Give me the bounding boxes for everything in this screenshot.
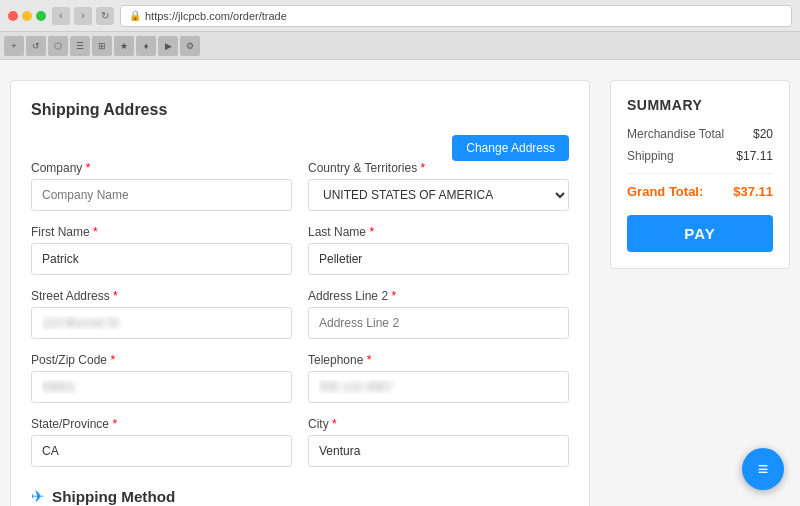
zip-group: Post/Zip Code * — [31, 353, 292, 403]
state-label: State/Province * — [31, 417, 292, 431]
toolbar-icon-8[interactable]: ▶ — [158, 36, 178, 56]
city-group: City * — [308, 417, 569, 467]
shipping-method-title: Shipping Method — [52, 488, 175, 505]
firstname-label: First Name * — [31, 225, 292, 239]
form-row-state-city: State/Province * City * — [31, 417, 569, 467]
shipping-method-section: ✈ Shipping Method DHL Express Express st… — [31, 487, 569, 506]
grand-total-label: Grand Total: — [627, 184, 703, 199]
city-label: City * — [308, 417, 569, 431]
company-group: Company * — [31, 161, 292, 211]
form-row-company-country: Company * Country & Territories * UNITED… — [31, 161, 569, 211]
shipping-row: Shipping $17.11 — [627, 149, 773, 163]
nav-buttons: ‹ › ↻ — [52, 7, 114, 25]
shipping-address-title: Shipping Address — [31, 101, 569, 119]
window-controls — [8, 11, 46, 21]
merchandise-row: Merchandise Total $20 — [627, 127, 773, 141]
summary-panel: SUMMARY Merchandise Total $20 Shipping $… — [610, 80, 790, 269]
main-container: Shipping Address Change Address Company … — [10, 80, 790, 506]
toolbar-icon-4[interactable]: ☰ — [70, 36, 90, 56]
firstname-input[interactable] — [31, 243, 292, 275]
shipping-method-header: ✈ Shipping Method — [31, 487, 569, 506]
street-label: Street Address * — [31, 289, 292, 303]
browser-chrome: ‹ › ↻ 🔒 https://jlcpcb.com/order/trade — [0, 0, 800, 32]
state-input[interactable] — [31, 435, 292, 467]
country-group: Country & Territories * UNITED STATES OF… — [308, 161, 569, 211]
city-input[interactable] — [308, 435, 569, 467]
lastname-input[interactable] — [308, 243, 569, 275]
lastname-group: Last Name * — [308, 225, 569, 275]
forward-button[interactable]: › — [74, 7, 92, 25]
left-panel: Shipping Address Change Address Company … — [10, 80, 590, 506]
change-address-button[interactable]: Change Address — [452, 135, 569, 161]
fab-icon: ≡ — [758, 459, 769, 480]
toolbar-icon-1[interactable]: + — [4, 36, 24, 56]
lock-icon: 🔒 — [129, 10, 141, 21]
telephone-input[interactable] — [308, 371, 569, 403]
grand-total-row: Grand Total: $37.11 — [627, 184, 773, 199]
url-text: https://jlcpcb.com/order/trade — [145, 10, 287, 22]
form-row-zip-phone: Post/Zip Code * Telephone * — [31, 353, 569, 403]
maximize-dot[interactable] — [36, 11, 46, 21]
back-button[interactable]: ‹ — [52, 7, 70, 25]
country-select[interactable]: UNITED STATES OF AMERICA — [308, 179, 569, 211]
merchandise-label: Merchandise Total — [627, 127, 724, 141]
toolbar-icon-5[interactable]: ⊞ — [92, 36, 112, 56]
toolbar-icon-2[interactable]: ↺ — [26, 36, 46, 56]
address2-group: Address Line 2 * — [308, 289, 569, 339]
grand-total-value: $37.11 — [733, 184, 773, 199]
shipping-value: $17.11 — [736, 149, 773, 163]
merchandise-value: $20 — [753, 127, 773, 141]
telephone-group: Telephone * — [308, 353, 569, 403]
address2-input[interactable] — [308, 307, 569, 339]
telephone-label: Telephone * — [308, 353, 569, 367]
minimize-dot[interactable] — [22, 11, 32, 21]
toolbar-icon-7[interactable]: ♦ — [136, 36, 156, 56]
firstname-group: First Name * — [31, 225, 292, 275]
state-group: State/Province * — [31, 417, 292, 467]
address2-label: Address Line 2 * — [308, 289, 569, 303]
company-label: Company * — [31, 161, 292, 175]
summary-divider — [627, 173, 773, 174]
shipping-method-icon: ✈ — [31, 487, 44, 506]
summary-title: SUMMARY — [627, 97, 773, 113]
refresh-button[interactable]: ↻ — [96, 7, 114, 25]
close-dot[interactable] — [8, 11, 18, 21]
street-group: Street Address * — [31, 289, 292, 339]
company-input[interactable] — [31, 179, 292, 211]
toolbar-icon-9[interactable]: ⚙ — [180, 36, 200, 56]
zip-label: Post/Zip Code * — [31, 353, 292, 367]
browser-toolbar: + ↺ ⬡ ☰ ⊞ ★ ♦ ▶ ⚙ — [0, 32, 800, 60]
zip-input[interactable] — [31, 371, 292, 403]
form-row-address: Street Address * Address Line 2 * — [31, 289, 569, 339]
pay-button[interactable]: PAY — [627, 215, 773, 252]
street-input[interactable] — [31, 307, 292, 339]
page-content: Shipping Address Change Address Company … — [0, 60, 800, 506]
lastname-label: Last Name * — [308, 225, 569, 239]
address-bar[interactable]: 🔒 https://jlcpcb.com/order/trade — [120, 5, 792, 27]
fab-button[interactable]: ≡ — [742, 448, 784, 490]
form-row-names: First Name * Last Name * — [31, 225, 569, 275]
country-label: Country & Territories * — [308, 161, 569, 175]
toolbar-icon-3[interactable]: ⬡ — [48, 36, 68, 56]
shipping-label: Shipping — [627, 149, 674, 163]
toolbar-icon-6[interactable]: ★ — [114, 36, 134, 56]
